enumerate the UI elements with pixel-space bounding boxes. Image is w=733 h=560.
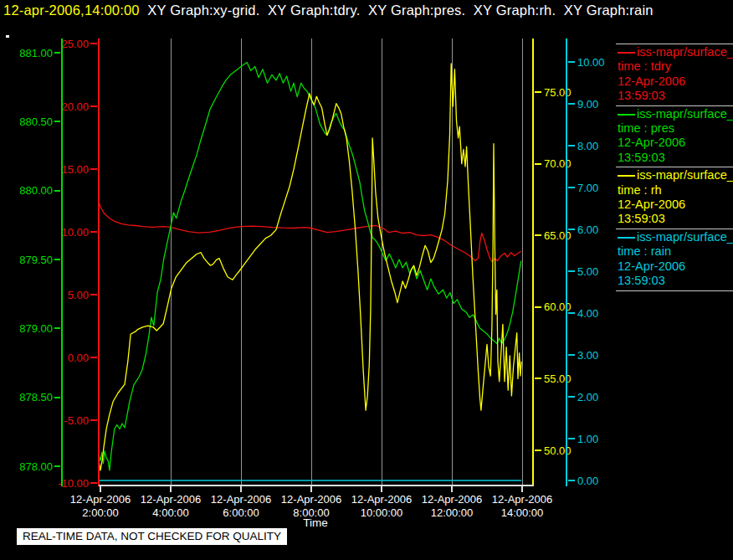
legend-panel: iss-mapr/surface_mtime : tdry12-Apr-2006… [616,44,733,291]
axis-rain-tick-label: 3.00 [577,349,598,362]
axis-tdry-tick-label: 0.00 [68,352,89,364]
axis-pres-tick-label: 878.00 [19,460,53,473]
legend-field-label: time : tdry [618,59,733,74]
legend-line-sample-icon [618,114,635,116]
legend-date: 12-Apr-2006 [618,198,733,212]
axis-pres-tick-label: 879.00 [19,322,53,335]
x-tick-time-label: 6:00:00 [223,506,259,519]
legend-series-name: iss-mapr/surface_m [618,107,733,121]
series-tdry-line [99,202,521,262]
x-tick-time-label: 2:00:00 [82,506,118,519]
axis-rain-tick-label: 8.00 [577,140,598,152]
axis-rain-tick-label: 5.00 [577,265,598,278]
axis-tdry-tick-label: 15.00 [61,163,89,176]
axis-rain-tick-label: 0.00 [577,475,598,487]
axis-tdry-tick-label: 10.00 [61,226,89,239]
axis-tdry-tick-label: 20.00 [61,100,89,113]
x-tick-date-label: 12-Apr-2006 [211,493,271,506]
axis-pres-tick-label: 880.00 [19,184,53,197]
legend-date: 12-Apr-2006 [618,259,733,274]
axis-rain-tick-label: 2.00 [577,391,598,403]
axis-pres-tick-label: 879.50 [19,254,53,266]
legend-entry-rain: iss-mapr/surface_mtime : rain12-Apr-2006… [616,229,733,291]
xy-graph-window: 12-apr-2006,14:00:00 XY Graph:xy-grid. X… [0,0,733,560]
series-pres-line [100,63,521,470]
axis-pres-tick-label: 880.50 [19,116,53,128]
legend-field-label: time : rh [618,183,733,198]
legend-line-sample-icon [618,175,635,177]
axis-tdry-tick-label: 25.00 [61,38,89,50]
axis-tdry-tick-label: -5.00 [64,414,89,427]
legend-entry-rh: iss-mapr/surface_mtime : rh12-Apr-200613… [616,167,733,229]
x-tick-date-label: 12-Apr-2006 [281,493,341,506]
x-tick-time-label: 14:00:00 [501,506,544,519]
axis-rain-tick-label: 7.00 [577,182,598,194]
legend-entry-pres: iss-mapr/surface_mtime : pres12-Apr-2006… [616,105,733,167]
x-tick-date-label: 12-Apr-2006 [70,493,131,506]
x-axis-title: Time [303,516,328,529]
axis-pres-tick-label: 881.00 [19,47,53,59]
quality-banner: REAL-TIME DATA, NOT CHECKED FOR QUALITY [17,528,287,545]
legend-line-sample-icon [618,52,635,54]
legend-series-name: iss-mapr/surface_m [618,230,733,244]
legend-time: 13:59:03 [618,212,733,226]
legend-time: 13:59:03 [618,89,733,103]
axis-rain-tick-label: 10.00 [577,56,605,69]
legend-date: 12-Apr-2006 [618,136,733,150]
legend-time: 13:59:03 [618,151,733,165]
legend-line-sample-icon [618,237,635,239]
axis-tdry-tick-label: 5.00 [68,289,89,301]
legend-field-label: time : rain [618,244,733,259]
axis-pres-tick-label: 878.50 [19,391,53,403]
legend-series-name: iss-mapr/surface_m [618,168,733,182]
axis-rain-tick-label: 6.00 [577,223,598,236]
axis-rain-tick-label: 1.00 [577,433,598,445]
legend-field-label: time : pres [618,121,733,136]
legend-date: 12-Apr-2006 [618,74,733,89]
x-tick-time-label: 4:00:00 [152,506,188,519]
x-tick-date-label: 12-Apr-2006 [351,493,412,506]
legend-time: 13:59:03 [618,274,733,288]
x-tick-date-label: 12-Apr-2006 [422,493,482,506]
legend-entry-tdry: iss-mapr/surface_mtime : tdry12-Apr-2006… [616,44,733,105]
x-tick-date-label: 12-Apr-2006 [492,493,552,506]
x-tick-time-label: 12:00:00 [431,506,474,519]
x-tick-time-label: 10:00:00 [361,506,403,519]
axis-rain-tick-label: 9.00 [577,98,598,110]
x-tick-date-label: 12-Apr-2006 [141,493,201,506]
legend-series-name: iss-mapr/surface_m [618,45,733,59]
axis-rain-tick-label: 4.00 [577,307,598,320]
